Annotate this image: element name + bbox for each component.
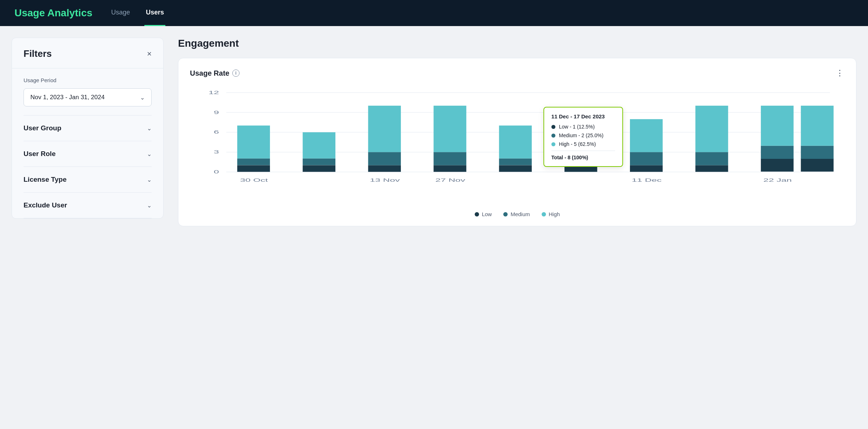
usage-period-dropdown[interactable]: Nov 1, 2023 - Jan 31, 2024 ⌄ [24,88,152,106]
svg-rect-12 [237,126,270,159]
legend-label-low: Low [482,211,492,217]
svg-text:6: 6 [214,129,219,135]
chart-header: Usage Rate i ⋮ [190,68,844,78]
usage-period-value: Nov 1, 2023 - Jan 31, 2024 [30,94,105,101]
svg-rect-16 [368,165,401,172]
svg-rect-39 [801,106,833,146]
filters-header: Filters × [12,38,163,68]
tab-users[interactable]: Users [144,0,165,26]
main-nav: Usage Users [110,0,165,26]
tooltip-dot-high [551,142,555,146]
tooltip-total: Total - 8 (100%) [551,155,615,160]
chevron-down-icon: ⌄ [140,94,145,101]
engagement-title: Engagement [178,38,856,49]
license-type-filter[interactable]: License Type ⌄ [24,167,152,193]
legend-label-medium: Medium [511,211,530,217]
tooltip-label-high: High - 5 (62.5%) [559,141,596,147]
app-header: Usage Analytics Usage Users [0,0,868,26]
tooltip-row-low: Low - 1 (12.5%) [551,124,615,130]
svg-rect-29 [630,152,662,165]
svg-text:27 Nov: 27 Nov [435,177,466,183]
svg-rect-17 [368,152,401,165]
svg-rect-15 [303,132,335,158]
legend-dot-low [475,212,479,216]
legend-item-medium: Medium [503,211,530,217]
more-options-icon[interactable]: ⋮ [836,68,844,78]
svg-rect-31 [695,165,728,172]
svg-rect-34 [761,159,793,172]
license-type-label: License Type [24,176,67,184]
filters-title: Filters [24,48,52,59]
info-icon[interactable]: i [232,70,240,77]
svg-rect-18 [368,106,401,152]
svg-rect-21 [433,106,466,152]
svg-text:13 Nov: 13 Nov [370,177,400,183]
tooltip-dot-low [551,125,555,129]
legend-dot-medium [503,212,508,216]
chevron-down-icon: ⌄ [147,176,152,183]
svg-rect-19 [433,165,466,172]
usage-rate-card: Usage Rate i ⋮ 12 9 6 3 [178,58,856,226]
svg-text:9: 9 [214,109,219,115]
exclude-user-label: Exclude User [24,201,67,209]
svg-text:22 Jan: 22 Jan [763,177,792,183]
tab-usage[interactable]: Usage [110,0,131,26]
svg-text:12: 12 [208,90,219,95]
svg-rect-33 [695,106,728,152]
usage-period-label: Usage Period [24,77,152,83]
svg-rect-11 [237,159,270,165]
svg-text:11 Dec: 11 Dec [632,177,662,183]
svg-rect-37 [801,159,833,172]
chart-area: 12 9 6 3 0 [190,85,844,208]
legend-dot-high [542,212,546,216]
filter-groups-section: User Group ⌄ User Role ⌄ License Type ⌄ … [12,115,163,218]
svg-rect-13 [303,165,335,172]
chevron-down-icon: ⌄ [147,125,152,132]
chart-title-group: Usage Rate i [190,69,240,77]
svg-rect-10 [237,165,270,172]
svg-text:0: 0 [214,169,219,174]
svg-rect-36 [761,106,793,146]
user-group-filter[interactable]: User Group ⌄ [24,115,152,141]
exclude-user-filter[interactable]: Exclude User ⌄ [24,193,152,218]
legend-item-high: High [542,211,560,217]
svg-text:3: 3 [214,149,219,155]
chart-title-text: Usage Rate [190,69,229,77]
svg-rect-32 [695,152,728,165]
svg-rect-30 [630,119,662,152]
right-content: Engagement Usage Rate i ⋮ 12 [164,38,856,417]
user-role-filter[interactable]: User Role ⌄ [24,141,152,167]
chevron-down-icon: ⌄ [147,151,152,157]
user-role-label: User Role [24,150,56,158]
svg-rect-24 [499,126,532,159]
bar-chart: 12 9 6 3 0 [190,85,844,194]
tooltip-date: 11 Dec - 17 Dec 2023 [551,113,615,119]
user-group-label: User Group [24,124,62,132]
tooltip-row-high: High - 5 (62.5%) [551,141,615,147]
tooltip-dot-medium [551,134,555,138]
main-content: Filters × Usage Period Nov 1, 2023 - Jan… [0,26,868,429]
app-title: Usage Analytics [14,7,92,19]
svg-rect-38 [801,146,833,159]
close-filters-button[interactable]: × [147,50,152,58]
svg-text:30 Oct: 30 Oct [240,177,268,183]
tooltip-divider [551,151,615,151]
tooltip-label-low: Low - 1 (12.5%) [559,124,595,130]
filters-panel: Filters × Usage Period Nov 1, 2023 - Jan… [12,38,164,219]
svg-rect-35 [761,146,793,159]
chart-tooltip: 11 Dec - 17 Dec 2023 Low - 1 (12.5%) Med… [543,107,623,167]
svg-rect-22 [499,165,532,172]
legend-label-high: High [549,211,560,217]
svg-rect-14 [303,159,335,165]
tooltip-row-medium: Medium - 2 (25.0%) [551,133,615,138]
svg-rect-23 [499,159,532,165]
tooltip-label-medium: Medium - 2 (25.0%) [559,133,604,138]
chevron-down-icon: ⌄ [147,202,152,209]
svg-rect-28 [630,165,662,172]
usage-period-section: Usage Period Nov 1, 2023 - Jan 31, 2024 … [12,68,163,115]
usage-period-inner: Usage Period Nov 1, 2023 - Jan 31, 2024 … [24,68,152,115]
legend-item-low: Low [475,211,492,217]
chart-legend: Low Medium High [190,211,844,217]
svg-rect-20 [433,152,466,165]
